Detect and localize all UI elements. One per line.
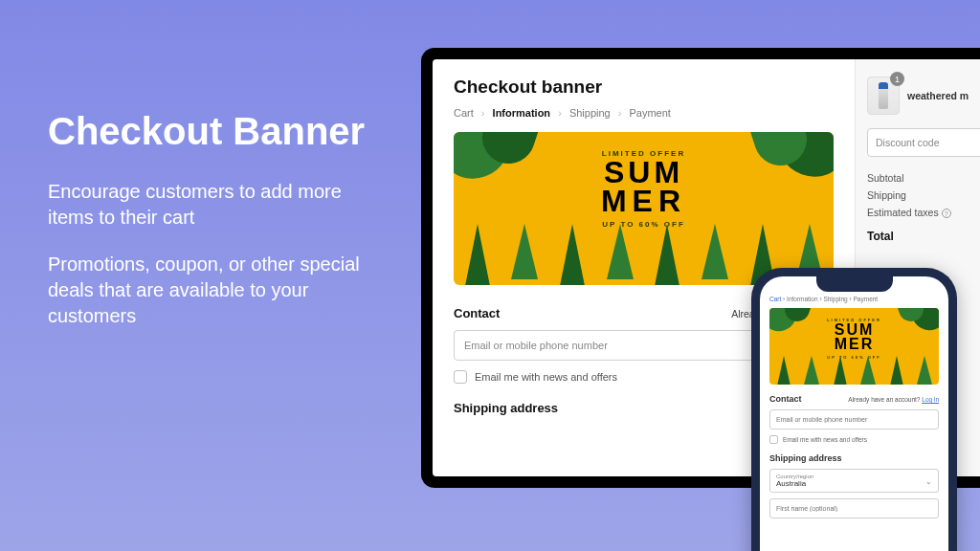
leaf-icon bbox=[559, 224, 586, 285]
total-row: Total bbox=[867, 224, 980, 243]
newsletter-label: Email me with news and offers bbox=[783, 436, 867, 443]
chevron-right-icon: › bbox=[481, 107, 485, 119]
newsletter-label: Email me with news and offers bbox=[475, 371, 617, 383]
banner-text: LIMITED OFFER SUM MER UP TO 60% OFF bbox=[601, 149, 686, 229]
info-icon[interactable]: ? bbox=[942, 209, 951, 218]
phone-newsletter-opt-in[interactable]: Email me with news and offers bbox=[769, 435, 939, 444]
phone-contact-header: Contact Already have an account? Log in bbox=[769, 394, 939, 404]
checkbox-icon[interactable] bbox=[454, 370, 467, 384]
subtotal-label: Subtotal bbox=[867, 172, 904, 184]
breadcrumb-information[interactable]: Information bbox=[493, 107, 551, 119]
leaf-icon bbox=[607, 224, 634, 279]
breadcrumb-payment[interactable]: Payment bbox=[854, 296, 879, 302]
breadcrumb-payment[interactable]: Payment bbox=[630, 107, 671, 119]
contact-title: Contact bbox=[454, 306, 500, 320]
leaf-icon bbox=[654, 224, 680, 285]
checkbox-icon[interactable] bbox=[769, 435, 778, 444]
taxes-label: Estimated taxes? bbox=[867, 207, 951, 218]
banner-headline-1: SUM bbox=[601, 158, 686, 187]
breadcrumb-cart[interactable]: Cart bbox=[769, 296, 781, 302]
phone-device-frame: Cart › Information › Shipping › Payment … bbox=[751, 268, 957, 551]
leaf-icon bbox=[702, 224, 728, 279]
bottle-icon bbox=[879, 82, 888, 109]
banner-text: LIMITED OFFER SUM MER UP TO 60% OFF bbox=[827, 318, 881, 360]
shipping-label: Shipping bbox=[867, 189, 906, 201]
breadcrumb-shipping[interactable]: Shipping bbox=[823, 296, 847, 302]
discount-row bbox=[867, 128, 980, 157]
banner-foliage bbox=[769, 356, 939, 385]
leaf-icon bbox=[464, 224, 491, 285]
chevron-down-icon: ⌄ bbox=[925, 476, 932, 485]
shipping-row: Shipping bbox=[867, 189, 980, 201]
banner-headline-1: SUM bbox=[827, 322, 881, 337]
first-name-input[interactable] bbox=[769, 498, 939, 518]
phone-checkout-banner[interactable]: LIMITED OFFER SUM MER UP TO 60% OFF bbox=[769, 308, 939, 385]
discount-code-input[interactable] bbox=[867, 128, 980, 157]
country-select[interactable]: Country/region Australia ⌄ bbox=[769, 469, 939, 493]
phone-breadcrumb: Cart › Information › Shipping › Payment bbox=[769, 296, 939, 302]
leaf-icon bbox=[917, 356, 932, 385]
banner-headline-2: MER bbox=[827, 337, 881, 351]
quantity-badge: 1 bbox=[890, 72, 904, 86]
product-name: weathered m bbox=[907, 90, 969, 101]
country-value: Australia bbox=[776, 479, 932, 488]
total-label: Total bbox=[867, 230, 894, 243]
phone-screen: Cart › Information › Shipping › Payment … bbox=[760, 276, 948, 551]
leaf-icon bbox=[833, 356, 848, 385]
phone-email-input[interactable] bbox=[769, 409, 939, 430]
contact-title: Contact bbox=[769, 394, 802, 404]
phone-notch bbox=[816, 276, 893, 292]
phone-shipping-title: Shipping address bbox=[769, 453, 939, 463]
marketing-para-2: Promotions, coupon, or other special dea… bbox=[48, 252, 392, 329]
marketing-para-1: Encourage customers to add more items to… bbox=[48, 179, 392, 231]
checkout-banner[interactable]: LIMITED OFFER SUM MER UP TO 60% OFF bbox=[454, 132, 834, 285]
already-have-account: Already have an account? Log in bbox=[848, 396, 939, 403]
login-link[interactable]: Log in bbox=[922, 396, 939, 403]
chevron-right-icon: › bbox=[558, 107, 562, 119]
leaf-icon bbox=[511, 224, 538, 279]
chevron-right-icon: › bbox=[618, 107, 622, 119]
marketing-copy: Checkout Banner Encourage customers to a… bbox=[48, 110, 392, 350]
marketing-title: Checkout Banner bbox=[48, 110, 392, 152]
breadcrumb: Cart › Information › Shipping › Payment bbox=[454, 107, 834, 119]
leaf-icon bbox=[889, 356, 904, 385]
breadcrumb-shipping[interactable]: Shipping bbox=[569, 107, 611, 119]
cart-item-row: 1 weathered m bbox=[867, 77, 980, 115]
banner-headline-2: MER bbox=[601, 187, 686, 215]
leaf-icon bbox=[776, 356, 791, 385]
subtotal-row: Subtotal bbox=[867, 172, 980, 184]
breadcrumb-cart[interactable]: Cart bbox=[454, 107, 474, 119]
breadcrumb-information[interactable]: Information bbox=[787, 296, 818, 302]
page-title: Checkout banner bbox=[454, 77, 834, 98]
product-thumbnail: 1 bbox=[867, 77, 900, 115]
taxes-row: Estimated taxes? bbox=[867, 207, 980, 218]
leaf-icon bbox=[804, 356, 819, 385]
leaf-icon bbox=[860, 356, 876, 385]
